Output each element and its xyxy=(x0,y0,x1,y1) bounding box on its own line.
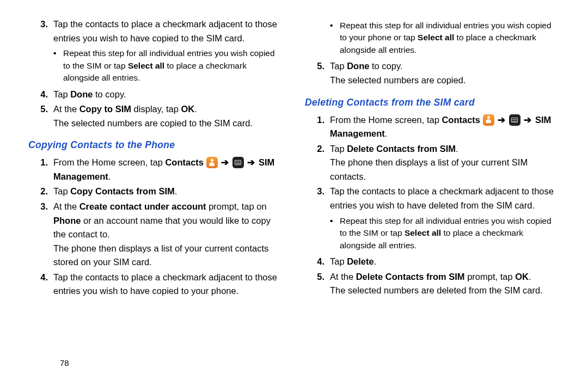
list-item: 2.Tap Delete Contacts from SIM.The phone… xyxy=(305,142,560,184)
item-body: Tap Copy Contacts from SIM. xyxy=(53,185,283,199)
item-body: At the Copy to SIM display, tap OK.The s… xyxy=(53,102,283,130)
list-item: 4.Tap Delete. xyxy=(305,255,560,269)
list-item: Repeat this step for all individual entr… xyxy=(305,17,560,58)
list-item: 1.From the Home screen, tap Contacts ➔ ➔… xyxy=(305,113,560,141)
item-number xyxy=(305,17,330,58)
item-number: 3. xyxy=(28,200,53,270)
item-body: Tap Done to copy.The selected numbers ar… xyxy=(330,59,560,87)
list-item: 5.At the Delete Contacts from SIM prompt… xyxy=(305,270,560,298)
list-item: 3.At the Create contact under account pr… xyxy=(28,200,283,270)
sub-bullet-list: Repeat this step for all individual entr… xyxy=(330,20,560,56)
item-number: 1. xyxy=(28,156,53,183)
item-number: 1. xyxy=(305,113,330,141)
item-body: Tap the contacts to place a checkmark ad… xyxy=(53,271,283,298)
item-body: Tap Delete. xyxy=(330,255,560,269)
item-body: From the Home screen, tap Contacts ➔ ➔ S… xyxy=(330,113,560,141)
sub-bullet-list: Repeat this step for all individual entr… xyxy=(53,47,283,84)
page-number: 78 xyxy=(60,357,69,369)
item-number: 2. xyxy=(28,185,53,199)
list-item: 5.Tap Done to copy.The selected numbers … xyxy=(305,59,560,87)
heading-deleting-from-sim: Deleting Contacts from the SIM card xyxy=(305,95,560,110)
sub-bullet: Repeat this step for all individual entr… xyxy=(330,215,560,252)
item-body: At the Delete Contacts from SIM prompt, … xyxy=(330,270,560,298)
item-body: Tap Delete Contacts from SIM.The phone t… xyxy=(330,142,560,184)
item-number: 2. xyxy=(305,142,330,184)
contacts-icon xyxy=(483,114,494,126)
arrow-icon: ➔ xyxy=(498,115,505,125)
arrow-icon: ➔ xyxy=(221,157,229,167)
list-item: 4.Tap the contacts to place a checkmark … xyxy=(28,271,283,298)
contacts-icon xyxy=(206,157,218,168)
item-number: 4. xyxy=(305,255,330,269)
item-number: 4. xyxy=(28,271,53,298)
left-list-top: 3.Tap the contacts to place a checkmark … xyxy=(28,17,283,130)
list-item: 3.Tap the contacts to place a checkmark … xyxy=(305,185,560,254)
page: 3.Tap the contacts to place a checkmark … xyxy=(22,17,566,381)
heading-copying-to-phone: Copying Contacts to the Phone xyxy=(28,138,283,152)
item-body: Tap the contacts to place a checkmark ad… xyxy=(330,185,560,254)
item-body: Repeat this step for all individual entr… xyxy=(330,17,560,58)
arrow-icon: ➔ xyxy=(524,115,531,125)
list-item: 4.Tap Done to copy. xyxy=(28,88,283,102)
item-body: From the Home screen, tap Contacts ➔ ➔ S… xyxy=(53,156,283,183)
left-list-section: 1.From the Home screen, tap Contacts ➔ ➔… xyxy=(28,156,283,298)
list-item: 1.From the Home screen, tap Contacts ➔ ➔… xyxy=(28,156,283,183)
list-item: 2.Tap Copy Contacts from SIM. xyxy=(28,185,283,199)
menu-icon xyxy=(509,114,520,126)
right-list-section: 1.From the Home screen, tap Contacts ➔ ➔… xyxy=(305,113,560,298)
item-number: 5. xyxy=(305,270,330,298)
item-number: 5. xyxy=(305,59,330,87)
left-column: 3.Tap the contacts to place a checkmark … xyxy=(22,17,294,381)
sub-bullet: Repeat this step for all individual entr… xyxy=(330,20,560,56)
right-column: Repeat this step for all individual entr… xyxy=(294,17,566,381)
right-list-top: Repeat this step for all individual entr… xyxy=(305,17,560,88)
list-item: 3.Tap the contacts to place a checkmark … xyxy=(28,17,283,87)
menu-icon xyxy=(232,157,244,168)
list-item: 5.At the Copy to SIM display, tap OK.The… xyxy=(28,102,283,130)
item-body: At the Create contact under account prom… xyxy=(53,200,283,270)
item-body: Tap the contacts to place a checkmark ad… xyxy=(53,17,283,87)
item-number: 3. xyxy=(305,185,330,254)
item-number: 3. xyxy=(28,17,53,87)
arrow-icon: ➔ xyxy=(247,157,255,167)
item-number: 5. xyxy=(28,102,53,130)
item-body: Tap Done to copy. xyxy=(53,88,283,102)
sub-bullet: Repeat this step for all individual entr… xyxy=(53,47,283,84)
item-number: 4. xyxy=(28,88,53,102)
sub-bullet-list: Repeat this step for all individual entr… xyxy=(330,215,560,252)
